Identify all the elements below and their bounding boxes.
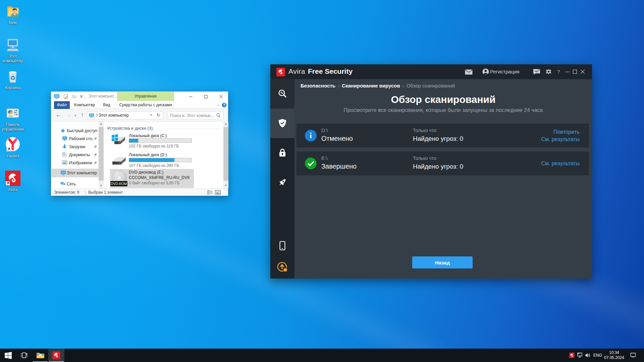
- sidebar-item-mobile[interactable]: [270, 236, 294, 256]
- pin-icon: [94, 161, 97, 165]
- group-header[interactable]: Устройства и диски (3): [107, 126, 153, 131]
- tab-computer[interactable]: Компьютер: [73, 101, 96, 109]
- hdd-icon: [111, 157, 127, 167]
- nav-item-network[interactable]: Сеть: [51, 180, 99, 188]
- main-scrollbar[interactable]: ▲ ▼: [223, 122, 228, 188]
- nav-item-pictures[interactable]: Изображени: [51, 159, 99, 167]
- avira-minimize-button[interactable]: [565, 69, 570, 74]
- history-chevron-icon[interactable]: ▾: [74, 114, 76, 117]
- minimize-icon: [189, 95, 193, 99]
- scroll-up-icon[interactable]: ▲: [223, 122, 228, 125]
- nav-item-downloads[interactable]: Загрузки: [51, 143, 99, 151]
- scan-time: Только что: [413, 156, 436, 161]
- see-results-link[interactable]: См. результаты: [541, 161, 580, 167]
- breadcrumb-security[interactable]: Безопасность: [301, 83, 335, 88]
- scan-time: Только что: [413, 128, 436, 133]
- avira-help-icon[interactable]: ?: [557, 69, 560, 74]
- see-results-link[interactable]: См. результаты: [541, 136, 580, 142]
- sidebar-item-status[interactable]: [270, 79, 294, 109]
- nav-item-quick-access[interactable]: Быстрый доступ: [51, 127, 99, 135]
- explorer-titlebar[interactable]: Этот компьют... Управление: [51, 92, 228, 101]
- nav-item-documents[interactable]: Документы: [51, 151, 99, 159]
- tray-clock[interactable]: 10:34 07.05.2024: [599, 350, 629, 360]
- search-box[interactable]: Поиск в: Этот компью...: [167, 111, 223, 119]
- desktop-icon-recycle-bin[interactable]: ♻ Корзина: [0, 68, 25, 90]
- address-pc-icon: [89, 113, 94, 118]
- repeat-link[interactable]: Повторить: [541, 129, 580, 135]
- taskbar-avira-button[interactable]: [48, 349, 64, 362]
- desktop-icon-yandex[interactable]: Yandex: [0, 136, 25, 159]
- nav-item-this-pc[interactable]: Этот компьютер: [51, 169, 99, 177]
- properties-qat-icon[interactable]: [63, 94, 68, 99]
- tab-view[interactable]: Вид: [100, 101, 113, 109]
- start-button[interactable]: [0, 349, 16, 362]
- avira-maximize-button[interactable]: [572, 69, 578, 74]
- back-button-avira[interactable]: Назад: [412, 256, 473, 268]
- address-bar[interactable]: ❯ Этот компьютер ▾ ↻: [87, 111, 163, 119]
- sidebar-item-security[interactable]: [270, 109, 294, 138]
- desktop-icon-control-panel[interactable]: Панельуправления: [0, 105, 25, 132]
- scroll-down-icon[interactable]: ▼: [99, 184, 104, 187]
- sidebar-item-performance[interactable]: [270, 168, 294, 197]
- address-breadcrumb[interactable]: Этот компьютер: [99, 113, 129, 118]
- nav-item-desktop[interactable]: Рабочий сто.: [51, 135, 99, 143]
- desktop-icon-label: Корзина: [0, 85, 25, 90]
- taskbar-explorer-button[interactable]: [32, 349, 48, 362]
- thumbnail-view-icon[interactable]: [215, 190, 221, 195]
- nav-item-label: Загрузки: [69, 144, 85, 149]
- nav-item-label: Этот компьютер: [67, 171, 97, 175]
- task-view-button[interactable]: [16, 349, 32, 362]
- tab-file[interactable]: Файл: [54, 101, 70, 109]
- avira-close-button[interactable]: [580, 69, 585, 74]
- desktop-icon-avira[interactable]: Avira: [0, 170, 25, 192]
- nav-item-label: Сеть: [67, 182, 76, 186]
- register-label[interactable]: Регистрация: [490, 69, 520, 74]
- scroll-down-icon[interactable]: ▼: [223, 184, 228, 187]
- drive-free-space: 107 ГБ свободно из 390 ГБ: [129, 163, 179, 168]
- avira-logo: [276, 68, 285, 76]
- scroll-up-icon[interactable]: ▲: [99, 122, 104, 125]
- up-button[interactable]: ↑: [81, 112, 84, 118]
- tab-drive-tools[interactable]: Средства работы с дисками: [117, 101, 174, 109]
- contextual-tab-header[interactable]: Управление: [117, 92, 174, 101]
- forward-button[interactable]: →: [66, 112, 71, 118]
- downloads-nav-icon: [62, 144, 67, 149]
- quick-access-toolbar: [54, 92, 87, 101]
- navpane-scrollbar[interactable]: ▲ ▼: [99, 122, 104, 188]
- taskbar-folder-icon: [36, 352, 45, 359]
- explorer-window-title: Этот компьют...: [89, 94, 117, 99]
- back-button[interactable]: ←: [56, 112, 61, 118]
- hdd-windows-icon: [111, 134, 127, 146]
- ribbon-collapse-chevron-icon[interactable]: ⌄: [217, 103, 220, 106]
- explorer-maximize-button[interactable]: [198, 92, 213, 101]
- tray-volume-icon[interactable]: [585, 353, 590, 358]
- taskbar: ENG 10:34 07.05.2024: [0, 349, 644, 362]
- user-icon[interactable]: [482, 68, 489, 75]
- mail-icon[interactable]: [465, 69, 473, 75]
- address-dropdown-icon[interactable]: ▾: [150, 113, 152, 117]
- drive-name: DVD-дисковод (E:): [129, 170, 163, 175]
- help-icon[interactable]: ?: [222, 103, 227, 108]
- feedback-icon[interactable]: [533, 69, 540, 75]
- breadcrumb-virus-scans[interactable]: Сканирование вирусов: [342, 83, 400, 88]
- new-folder-qat-icon[interactable]: [72, 94, 77, 99]
- refresh-icon[interactable]: ↻: [157, 113, 160, 118]
- settings-gear-icon[interactable]: [545, 68, 552, 75]
- explorer-minimize-button[interactable]: [183, 92, 198, 101]
- search-icon[interactable]: [216, 113, 221, 118]
- tray-avira-icon[interactable]: [569, 353, 575, 358]
- sidebar-item-privacy[interactable]: [270, 138, 294, 168]
- drive-usage-bar: [129, 138, 192, 143]
- desktop-icon-new[interactable]: New: [0, 3, 25, 25]
- explorer-close-button[interactable]: [213, 92, 228, 101]
- sidebar-item-upgrade[interactable]: [270, 257, 294, 277]
- explorer-body: Быстрый доступ Рабочий сто. Загрузки: [51, 122, 228, 188]
- avira-titlebar[interactable]: Avira Free Security Регистрация ?: [270, 64, 592, 79]
- details-view-icon[interactable]: [207, 190, 213, 195]
- drive-usage-bar: [129, 158, 192, 162]
- desktop-icon-this-pc[interactable]: Этоткомпьютер: [0, 37, 25, 63]
- tray-network-icon[interactable]: [577, 353, 583, 358]
- action-center-icon[interactable]: [630, 353, 636, 358]
- nav-item-label: Изображени: [69, 161, 92, 165]
- qat-customize-icon[interactable]: [79, 95, 83, 99]
